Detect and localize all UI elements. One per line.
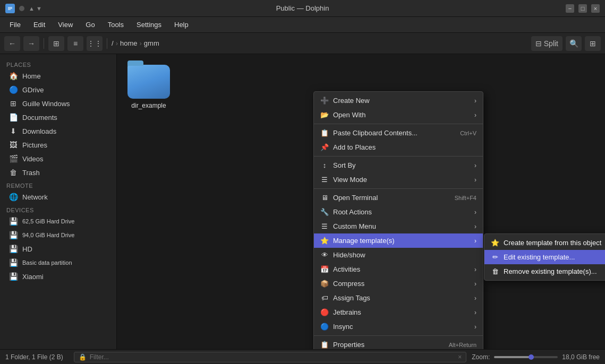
assign-tags-arrow: › [474,294,476,302]
sidebar-item-basic-partition[interactable]: 💾 Basic data partition [2,256,114,270]
menu-view[interactable]: View [53,19,78,31]
edit-template-icon: ✏ [491,253,499,261]
sidebar: Places 🏠 Home 🔵 GDrive ⊞ Guille Windows … [0,54,117,349]
open-with-label: Open With [333,111,468,119]
down-arrow-icon[interactable]: ▼ [36,5,42,12]
filter-close-button[interactable]: × [458,353,462,361]
sidebar-item-trash[interactable]: 🗑 Trash [2,166,114,179]
view-mode-icon: ☰ [320,176,329,184]
context-paste[interactable]: 📋 Paste Clipboard Contents... Ctrl+V [314,126,483,140]
back-button[interactable]: ← [4,36,20,51]
menu-tools[interactable]: Tools [103,19,129,31]
sidebar-item-videos[interactable]: 🎬 Videos [2,152,114,166]
partition-label: Basic data partition [22,259,72,266]
sidebar-item-hd[interactable]: 💾 HD [2,242,114,256]
folder-item-dir-example[interactable]: dir_example [127,65,170,109]
context-root-actions[interactable]: 🔧 Root Actions › [314,205,483,219]
devices-section-label: Devices [0,204,116,214]
sidebar-item-hdd1[interactable]: 💾 62,5 GiB Hard Drive [2,214,114,228]
context-add-to-places[interactable]: 📌 Add to Places [314,140,483,154]
gdrive-label: GDrive [22,86,44,94]
gdrive-icon: 🔵 [8,85,18,94]
context-insync[interactable]: 🔵 Insync › [314,319,483,334]
sidebar-item-xiaomi[interactable]: 💾 Xiaomi [2,270,114,283]
sidebar-item-hdd2[interactable]: 💾 94,0 GiB Hard Drive [2,228,114,242]
menu-go[interactable]: Go [80,19,100,31]
content-area[interactable]: dir_example ➕ Create New › 📂 Open With ›… [117,54,605,349]
context-open-terminal[interactable]: 🖥 Open Terminal Shift+F4 [314,190,483,205]
hdd2-icon: 💾 [8,231,18,239]
view-list-button[interactable]: ≡ [67,36,83,51]
filter-input[interactable] [90,353,455,361]
downloads-icon: ⬇ [8,127,18,135]
breadcrumb-root[interactable]: / [112,39,114,47]
sidebar-item-home[interactable]: 🏠 Home [2,69,114,83]
view-icons-button[interactable]: ⊞ [48,36,64,51]
additional-options-button[interactable]: ⊞ [585,36,601,51]
titlebar-arrows: ▲ ▼ [29,5,42,12]
breadcrumb-gmm[interactable]: gmm [144,39,159,47]
menu-edit[interactable]: Edit [28,19,50,31]
menu-separator-1 [314,124,483,124]
hide-show-label: Hide/show [333,251,476,259]
breadcrumb-home[interactable]: home [120,39,138,47]
filter-bar[interactable]: 🔒 × [74,352,467,362]
close-button[interactable]: × [591,4,600,13]
sidebar-item-gdrive[interactable]: 🔵 GDrive [2,83,114,97]
remove-template-icon: 🗑 [491,267,499,275]
titlebar-left: ▲ ▼ [5,4,42,13]
pictures-label: Pictures [22,141,47,149]
context-properties[interactable]: 📋 Properties Alt+Return [314,337,483,349]
sidebar-item-downloads[interactable]: ⬇ Downloads [2,124,114,138]
sidebar-item-guille-windows[interactable]: ⊞ Guille Windows [2,97,114,110]
context-open-with[interactable]: 📂 Open With › [314,108,483,122]
properties-label: Properties [333,341,445,349]
context-view-mode[interactable]: ☰ View Mode › [314,172,483,187]
split-button[interactable]: ⊟ Split [531,36,563,51]
dot1 [19,6,24,11]
menu-file[interactable]: File [4,19,26,31]
documents-icon: 📄 [8,113,18,122]
menu-separator-3 [314,188,483,189]
xiaomi-icon: 💾 [8,272,18,281]
create-template-label: Create template from this object [504,239,601,247]
toolbar-separator [44,38,44,49]
sidebar-item-pictures[interactable]: 🖼 Pictures [2,138,114,152]
maximize-button[interactable]: □ [578,4,587,13]
context-custom-menu[interactable]: ☰ Custom Menu › [314,219,483,233]
menu-separator-2 [314,156,483,157]
context-assign-tags[interactable]: 🏷 Assign Tags › [314,291,483,305]
context-jetbrains[interactable]: 🔴 Jetbrains › [314,305,483,319]
submenu-manage-templates: ⭐ Create template from this object ✏ Edi… [484,233,605,281]
manage-templates-label: Manage template(s) [333,237,468,245]
folder-icon [127,65,170,99]
compress-arrow: › [474,280,476,288]
sidebar-item-documents[interactable]: 📄 Documents [2,110,114,124]
context-hide-show[interactable]: 👁 Hide/show [314,248,483,262]
search-button[interactable]: 🔍 [566,36,582,51]
insync-icon: 🔵 [320,323,329,331]
titlebar-dots [19,6,24,11]
zoom-thumb[interactable] [529,354,534,360]
context-sort-by[interactable]: ↕ Sort By › [314,158,483,172]
context-create-new[interactable]: ➕ Create New › [314,93,483,108]
minimize-button[interactable]: − [566,4,574,13]
submenu-create-template[interactable]: ⭐ Create template from this object [484,236,605,250]
remove-template-label: Remove existing template(s)... [504,267,597,275]
context-manage-templates[interactable]: ⭐ Manage template(s) › ⭐ Create template… [314,233,483,248]
forward-button[interactable]: → [23,36,39,51]
sort-icon: ↕ [320,161,329,169]
assign-tags-label: Assign Tags [333,294,468,302]
places-section-label: Places [0,58,116,69]
submenu-edit-template[interactable]: ✏ Edit existing template... [484,250,605,264]
up-arrow-icon[interactable]: ▲ [29,5,35,12]
submenu-remove-template[interactable]: 🗑 Remove existing template(s)... [484,264,605,279]
context-activities[interactable]: 📅 Activities › [314,262,483,276]
zoom-slider[interactable] [494,356,558,358]
menu-help[interactable]: Help [169,19,194,31]
context-compress[interactable]: 📦 Compress › [314,276,483,291]
split-label: Split [544,39,558,48]
menu-settings[interactable]: Settings [131,19,167,31]
view-compact-button[interactable]: ⋮⋮ [87,36,103,51]
sidebar-item-network[interactable]: 🌐 Network [2,190,114,204]
